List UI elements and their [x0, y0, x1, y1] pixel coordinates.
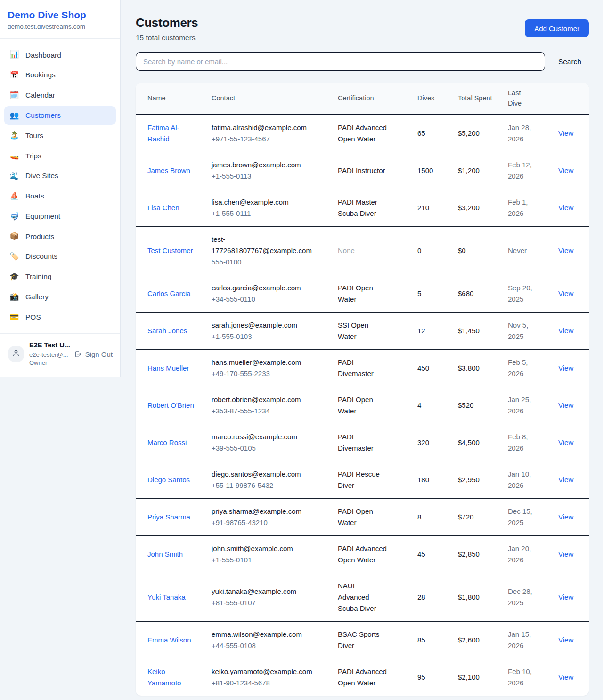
view-link[interactable]: View	[558, 289, 573, 297]
column-header-last-dive: Last Dive	[500, 83, 551, 115]
customer-phone: +34-555-0110	[212, 294, 309, 305]
cell-total-spent: $3,800	[450, 349, 500, 387]
total-spent-value: $0	[458, 247, 466, 255]
sidebar-item-gallery[interactable]: 📸Gallery	[4, 288, 116, 307]
diving-mask-icon: 🤿	[9, 212, 19, 222]
customer-name-link[interactable]: Emma Wilson	[147, 636, 191, 644]
certification-text: PADI Divemaster	[338, 358, 374, 378]
view-link[interactable]: View	[558, 247, 573, 255]
sidebar-item-bookings[interactable]: 📅Bookings	[4, 66, 116, 85]
dives-count: 12	[417, 327, 425, 335]
cell-dives: 45	[410, 535, 450, 573]
customer-phone: +1-555-0101	[212, 554, 309, 566]
dives-count: 1500	[417, 166, 433, 174]
customer-name-link[interactable]: Priya Sharma	[147, 513, 190, 521]
sign-out-label: Sign Out	[85, 350, 113, 358]
bar-chart-icon: 📊	[9, 50, 19, 60]
search-input[interactable]	[136, 52, 545, 71]
view-link[interactable]: View	[558, 129, 573, 137]
app-root: Demo Dive Shop demo.test.divestreams.com…	[0, 0, 603, 700]
customer-phone: 555-0100	[212, 256, 309, 268]
view-link[interactable]: View	[558, 204, 573, 212]
customer-name-link[interactable]: Robert O'Brien	[147, 401, 194, 409]
cell-total-spent: $0	[450, 226, 500, 275]
customer-email: sarah.jones@example.com	[212, 320, 309, 331]
cell-contact: marco.rossi@example.com+39-555-0105	[204, 424, 330, 461]
sidebar-item-label: POS	[25, 313, 41, 322]
total-spent-value: $2,100	[458, 673, 480, 681]
cell-name: Fatima Al-Rashid	[136, 115, 204, 152]
cell-last-dive: Jan 20, 2026	[500, 535, 551, 573]
customer-name-link[interactable]: Diego Santos	[147, 476, 190, 484]
cell-dives: 5	[410, 275, 450, 312]
sidebar-item-label: Boats	[25, 191, 44, 201]
table-row: Marco Rossimarco.rossi@example.com+39-55…	[136, 424, 589, 461]
certification-text: SSI Open Water	[338, 321, 368, 340]
certification-text: NAUI Advanced Scuba Diver	[338, 582, 376, 612]
sidebar-item-training[interactable]: 🎓Training	[4, 267, 116, 287]
customer-phone: +353-87-555-1234	[212, 405, 309, 417]
calendar-icon: 📅	[9, 70, 19, 80]
customer-name-link[interactable]: Keiko Yamamoto	[147, 667, 181, 687]
customer-name-link[interactable]: Yuki Tanaka	[147, 593, 186, 601]
customer-name-link[interactable]: Lisa Chen	[147, 204, 179, 212]
column-header-name: Name	[136, 83, 204, 115]
view-link[interactable]: View	[558, 401, 573, 409]
customer-name-link[interactable]: Marco Rossi	[147, 438, 187, 446]
sidebar-item-discounts[interactable]: 🏷️Discounts	[4, 247, 116, 266]
customer-name-link[interactable]: James Brown	[147, 166, 190, 174]
sidebar-item-calendar[interactable]: 🗓️Calendar	[4, 86, 116, 105]
sidebar-item-trips[interactable]: 🚤Trips	[4, 146, 116, 165]
cell-total-spent: $2,850	[450, 535, 500, 573]
sidebar-item-pos[interactable]: 💳POS	[4, 308, 116, 327]
view-link[interactable]: View	[558, 364, 573, 372]
add-customer-button[interactable]: Add Customer	[525, 19, 589, 37]
view-link[interactable]: View	[558, 593, 573, 601]
view-link[interactable]: View	[558, 476, 573, 484]
customer-name-link[interactable]: Carlos Garcia	[147, 289, 191, 297]
search-button[interactable]: Search	[551, 54, 589, 70]
view-link[interactable]: View	[558, 636, 573, 644]
column-header-total-spent: Total Spent	[450, 83, 500, 115]
view-link[interactable]: View	[558, 550, 573, 558]
sidebar-item-equipment[interactable]: 🤿Equipment	[4, 207, 116, 226]
cell-actions: View	[551, 275, 589, 312]
view-link[interactable]: View	[558, 327, 573, 335]
customer-name-link[interactable]: Sarah Jones	[147, 327, 187, 335]
view-link[interactable]: View	[558, 513, 573, 521]
cell-last-dive: Dec 28, 2025	[500, 573, 551, 621]
customer-name-link[interactable]: John Smith	[147, 550, 183, 558]
sidebar-item-dashboard[interactable]: 📊Dashboard	[4, 45, 116, 65]
cell-dives: 4	[410, 387, 450, 424]
column-header-actions	[551, 83, 589, 115]
certification-text: PADI Instructor	[338, 166, 385, 174]
cell-total-spent: $1,800	[450, 573, 500, 621]
customer-name-link[interactable]: Test Customer	[147, 247, 193, 255]
cell-dives: 95	[410, 659, 450, 696]
customer-email: robert.obrien@example.com	[212, 394, 309, 405]
dives-count: 5	[417, 289, 421, 297]
cell-actions: View	[551, 189, 589, 226]
cell-last-dive: Dec 15, 2025	[500, 498, 551, 535]
sign-out-button[interactable]: Sign Out	[74, 350, 113, 358]
cell-contact: diego.santos@example.com+55-11-99876-543…	[204, 461, 330, 498]
cell-actions: View	[551, 226, 589, 275]
table-row: Carlos Garciacarlos.garcia@example.com+3…	[136, 275, 589, 312]
cell-total-spent: $4,500	[450, 424, 500, 461]
dives-count: 45	[417, 550, 425, 558]
customer-name-link[interactable]: Hans Mueller	[147, 364, 189, 372]
sidebar-item-products[interactable]: 📦Products	[4, 227, 116, 246]
cell-total-spent: $720	[450, 498, 500, 535]
sidebar-item-boats[interactable]: ⛵Boats	[4, 187, 116, 206]
sidebar-item-dive-sites[interactable]: 🌊Dive Sites	[4, 166, 116, 186]
cell-certification: PADI Advanced Open Water	[330, 659, 410, 696]
sidebar-item-customers[interactable]: 👥Customers	[4, 106, 116, 125]
table-row: Test Customertest-1772681807767@example.…	[136, 226, 589, 275]
customer-phone: +44-555-0108	[212, 640, 309, 651]
view-link[interactable]: View	[558, 673, 573, 681]
view-link[interactable]: View	[558, 166, 573, 174]
cell-total-spent: $520	[450, 387, 500, 424]
view-link[interactable]: View	[558, 438, 573, 446]
customer-name-link[interactable]: Fatima Al-Rashid	[147, 124, 179, 143]
sidebar-item-tours[interactable]: 🏝️Tours	[4, 126, 116, 145]
